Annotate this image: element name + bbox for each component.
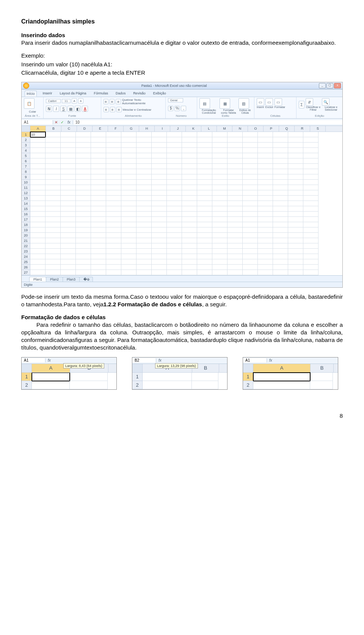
cell[interactable]: [258, 132, 273, 137]
table-format-icon[interactable]: ▦: [220, 98, 230, 109]
cell[interactable]: [197, 212, 212, 217]
cell[interactable]: [212, 174, 228, 180]
cell[interactable]: [303, 143, 318, 148]
cell[interactable]: [228, 249, 243, 254]
cell[interactable]: [76, 270, 91, 275]
shrink-font-icon[interactable]: A: [78, 98, 83, 103]
cell[interactable]: [212, 137, 228, 143]
cell[interactable]: [76, 169, 91, 174]
cell[interactable]: [106, 254, 121, 259]
cell[interactable]: [167, 196, 182, 201]
cell[interactable]: [61, 227, 76, 233]
cell[interactable]: [273, 254, 288, 259]
cell[interactable]: [273, 217, 288, 222]
cell[interactable]: [76, 153, 91, 158]
cell[interactable]: [121, 259, 136, 265]
cell[interactable]: [61, 169, 76, 174]
cond-format-icon[interactable]: ▤: [199, 98, 210, 109]
cell[interactable]: [167, 137, 182, 143]
cell[interactable]: [167, 158, 182, 164]
cell[interactable]: [91, 238, 106, 243]
cell[interactable]: [258, 212, 273, 217]
cell[interactable]: [212, 201, 228, 206]
cell[interactable]: [303, 259, 318, 265]
cell[interactable]: [228, 238, 243, 243]
name-box[interactable]: A1: [22, 120, 53, 124]
cell[interactable]: [61, 174, 76, 180]
cell[interactable]: [167, 148, 182, 153]
cell[interactable]: [136, 217, 152, 222]
cell[interactable]: [182, 132, 197, 137]
col-header[interactable]: L: [201, 126, 217, 132]
cell[interactable]: [258, 249, 273, 254]
cell[interactable]: [212, 233, 228, 238]
cell[interactable]: 10: [30, 132, 46, 137]
cell[interactable]: [273, 190, 288, 196]
cell[interactable]: [106, 265, 121, 270]
cell[interactable]: [273, 153, 288, 158]
cell[interactable]: [152, 259, 167, 265]
cell[interactable]: [243, 217, 258, 222]
cell-a1[interactable]: [253, 373, 310, 381]
cell[interactable]: [228, 164, 243, 169]
cell[interactable]: [167, 132, 182, 137]
cell[interactable]: [46, 201, 61, 206]
cell[interactable]: [228, 254, 243, 259]
cell[interactable]: [167, 243, 182, 249]
cell[interactable]: [152, 238, 167, 243]
cell[interactable]: [152, 180, 167, 185]
cell[interactable]: [258, 217, 273, 222]
cell[interactable]: [303, 158, 318, 164]
cell[interactable]: [30, 169, 46, 174]
cell[interactable]: [303, 174, 318, 180]
cell[interactable]: [76, 217, 91, 222]
cell[interactable]: [136, 169, 152, 174]
cell[interactable]: [167, 185, 182, 190]
col-header[interactable]: I: [155, 126, 170, 132]
cell-a2[interactable]: [253, 381, 310, 389]
cell[interactable]: [91, 233, 106, 238]
cell[interactable]: [273, 233, 288, 238]
cell[interactable]: [258, 196, 273, 201]
row-header[interactable]: 3: [22, 143, 30, 148]
cell[interactable]: [136, 164, 152, 169]
cell[interactable]: [273, 238, 288, 243]
cell[interactable]: [121, 190, 136, 196]
cell[interactable]: [61, 265, 76, 270]
cell[interactable]: [136, 259, 152, 265]
cell[interactable]: [273, 249, 288, 254]
cell[interactable]: [258, 143, 273, 148]
cell[interactable]: [121, 164, 136, 169]
cell[interactable]: [121, 265, 136, 270]
cell[interactable]: [288, 265, 303, 270]
cell[interactable]: [121, 201, 136, 206]
cell[interactable]: [152, 174, 167, 180]
cell[interactable]: [212, 153, 228, 158]
cell[interactable]: [258, 148, 273, 153]
cell[interactable]: [258, 243, 273, 249]
col-header[interactable]: R: [295, 126, 310, 132]
cell[interactable]: [136, 158, 152, 164]
cell[interactable]: [182, 254, 197, 259]
col-header[interactable]: N: [232, 126, 248, 132]
cell[interactable]: [91, 132, 106, 137]
close-button[interactable]: x: [334, 83, 341, 88]
cell[interactable]: [243, 265, 258, 270]
cell[interactable]: [212, 206, 228, 212]
cell[interactable]: [243, 185, 258, 190]
minimize-button[interactable]: _: [319, 83, 326, 88]
cell[interactable]: [243, 132, 258, 137]
cell[interactable]: [197, 196, 212, 201]
cell[interactable]: [182, 212, 197, 217]
cell[interactable]: [76, 222, 91, 227]
cell[interactable]: [30, 174, 46, 180]
row-header[interactable]: 13: [22, 196, 30, 201]
cell[interactable]: [30, 217, 46, 222]
cell[interactable]: [228, 222, 243, 227]
cell[interactable]: [136, 153, 152, 158]
maximize-button[interactable]: ▢: [326, 83, 333, 88]
tab-inserir[interactable]: Inserir: [41, 91, 54, 97]
cell[interactable]: [76, 238, 91, 243]
col-header-a[interactable]: A: [30, 126, 46, 132]
cell[interactable]: [182, 222, 197, 227]
